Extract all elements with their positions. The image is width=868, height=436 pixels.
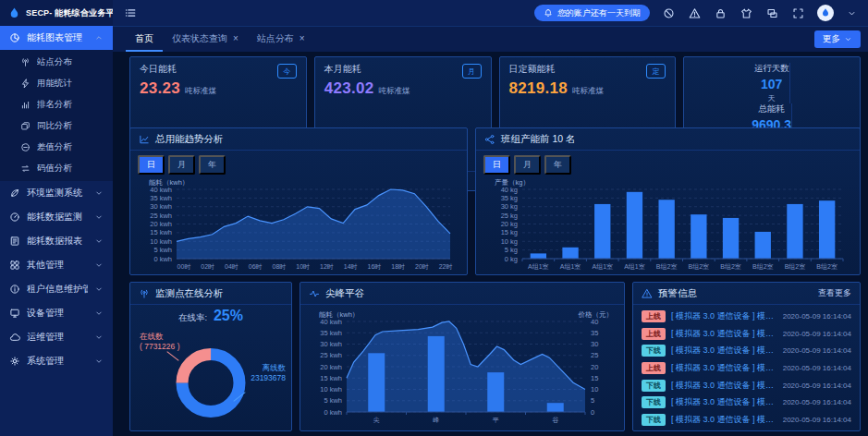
- sidebar-item-3[interactable]: 能耗数据报表: [0, 229, 113, 253]
- sidebar-subitem-3[interactable]: 同比分析: [0, 115, 113, 137]
- account-expiry-notice[interactable]: 您的账户还有一天到期: [534, 5, 650, 21]
- ban-icon[interactable]: [663, 7, 675, 19]
- sidebar-subitem-1[interactable]: 用能统计: [0, 73, 113, 94]
- alert-timestamp: 2020-05-09 16:14:04: [783, 346, 851, 355]
- close-tab-icon[interactable]: ×: [233, 33, 238, 43]
- alert-text: [ 模拟器 3.0 通信设备 ] 模拟器 3.0...: [671, 414, 777, 426]
- gauge-icon: [9, 212, 20, 223]
- period-日[interactable]: 日: [483, 155, 510, 175]
- alert-row-6[interactable]: 下线[ 模拟器 3.0 通信设备 ] 模拟器 3.0...2020-05-09 …: [633, 411, 860, 429]
- stat-cards-row: 今日能耗今23.23吨标准煤昨日同期26.6712.9% ↓本月能耗月423.0…: [129, 56, 861, 121]
- svg-text:10时: 10时: [296, 263, 310, 270]
- gear-icon: [9, 356, 20, 367]
- sidebar-item-5[interactable]: 租户信息维护管理: [0, 277, 113, 301]
- warning-icon: [642, 288, 653, 299]
- status-badge: 下线: [642, 414, 666, 426]
- warning-icon: [642, 288, 653, 299]
- stat-card-number: 423.02吨标准煤: [324, 79, 482, 98]
- chevron-down-icon[interactable]: [847, 8, 857, 18]
- svg-text:15 kwh: 15 kwh: [320, 374, 342, 382]
- svg-text:30 kwh: 30 kwh: [150, 202, 172, 211]
- svg-text:14时: 14时: [344, 263, 358, 270]
- fullscreen-icon[interactable]: [792, 7, 804, 19]
- period-日[interactable]: 日: [138, 155, 165, 175]
- sidebar-item-label: 能耗数据报表: [27, 235, 88, 248]
- tab-label: 站点分布: [257, 32, 294, 45]
- tab-1[interactable]: 仪表状态查询×: [163, 27, 248, 52]
- sidebar-item-8[interactable]: 系统管理: [0, 349, 113, 373]
- alert-row-1[interactable]: 上线[ 模拟器 3.0 通信设备 ] 模拟器 3.0...2020-05-09 …: [633, 325, 860, 343]
- sidebar-subitem-label: 站点分布: [37, 56, 104, 68]
- avatar[interactable]: [817, 5, 834, 21]
- svg-text:谷: 谷: [552, 417, 558, 424]
- status-badge: 上线: [642, 328, 666, 340]
- svg-text:35 kg: 35 kg: [501, 194, 518, 202]
- online-rate-value: 25%: [214, 308, 243, 323]
- sidebar-subitem-4[interactable]: 差值分析: [0, 137, 113, 158]
- view-more-link[interactable]: 查看更多: [818, 287, 851, 299]
- stat-card-top: 日定额能耗定: [509, 63, 666, 79]
- sidebar-item-2[interactable]: 能耗数据监测: [0, 205, 113, 229]
- alert-row-4[interactable]: 下线[ 模拟器 3.0 通信设备 ] 模拟器 3.0...2020-05-09 …: [633, 377, 860, 394]
- grid-icon: [9, 260, 20, 271]
- sidebar-item-0[interactable]: 能耗图表管理: [0, 26, 113, 50]
- sidebar-item-label: 环境监测系统: [27, 187, 88, 200]
- close-tab-icon[interactable]: ×: [300, 33, 305, 43]
- period-年[interactable]: 年: [544, 155, 571, 175]
- svg-text:25 kwh: 25 kwh: [150, 212, 172, 220]
- dashboard-content: 今日能耗今23.23吨标准煤昨日同期26.6712.9% ↓本月能耗月423.0…: [113, 52, 868, 436]
- panel-header: 尖峰平谷: [300, 283, 624, 305]
- tab-2[interactable]: 站点分布×: [248, 27, 314, 52]
- sidebar-item-7[interactable]: 运维管理: [0, 325, 113, 349]
- app-title: SECP- 能耗综合业务平台: [26, 7, 123, 19]
- screens-icon[interactable]: [766, 7, 778, 19]
- period-月[interactable]: 月: [168, 155, 195, 175]
- svg-text:0 kg: 0 kg: [505, 255, 518, 263]
- alert-row-2[interactable]: 下线[ 模拟器 3.0 通信设备 ] 模拟器 3.0...2020-05-09 …: [633, 342, 860, 359]
- alert-row-0[interactable]: 上线[ 模拟器 3.0 通信设备 ] 模拟器 3.0...2020-05-09 …: [633, 308, 860, 325]
- online-rate: 在线率: 25%: [134, 308, 287, 324]
- stat-unit: 吨标准煤: [185, 86, 216, 97]
- team-output-chart[interactable]: 0 kg5 kg10 kg15 kg20 kg25 kg30 kg35 kg40…: [483, 176, 852, 272]
- svg-text:能耗（kwh）: 能耗（kwh）: [319, 310, 359, 319]
- shirt-icon[interactable]: [740, 7, 752, 19]
- panel-header: 班组产能前 10 名: [476, 128, 860, 151]
- svg-text:尖: 尖: [373, 417, 380, 423]
- sidebar-item-label: 能耗图表管理: [27, 31, 88, 44]
- sidebar-item-4[interactable]: 其他管理: [0, 253, 113, 277]
- alert-row-5[interactable]: 下线[ 模拟器 3.0 通信设备 ] 模拟器 3.0...2020-05-09 …: [633, 394, 860, 411]
- svg-text:15 kwh: 15 kwh: [150, 228, 172, 236]
- svg-text:0 kwh: 0 kwh: [324, 408, 342, 417]
- panel-energy-trend: 总用能趋势分析 日月年 0 kwh5 kwh10 kwh15 kwh20 kwh…: [129, 127, 468, 275]
- alert-text: [ 模拟器 3.0 通信设备 ] 模拟器 3.0...: [671, 310, 777, 322]
- alert-text: [ 模拟器 3.0 通信设备 ] 模拟器 3.0...: [671, 362, 777, 374]
- online-donut-chart[interactable]: 在线数( 7731226 )离线数23193678: [134, 324, 287, 430]
- period-月[interactable]: 月: [514, 155, 541, 175]
- hamburger-icon: [124, 6, 137, 19]
- svg-text:B组2室: B组2室: [689, 263, 710, 270]
- sidebar-item-6[interactable]: 设备管理: [0, 301, 113, 325]
- alert-text: [ 模拟器 3.0 通信设备 ] 模拟器 3.0...: [671, 396, 777, 408]
- svg-text:35 kwh: 35 kwh: [150, 194, 172, 202]
- energy-trend-chart[interactable]: 0 kwh5 kwh10 kwh15 kwh20 kwh25 kwh30 kwh…: [138, 176, 459, 272]
- alert-row-3[interactable]: 上线[ 模拟器 3.0 通信设备 ] 模拟器 3.0...2020-05-09 …: [633, 359, 860, 377]
- main-area: 您的账户还有一天到期 首页仪表状态查询×站点分布× 更多 今日能耗今23.23吨…: [113, 0, 868, 436]
- period-年[interactable]: 年: [199, 155, 226, 175]
- chevron-down-icon: [94, 236, 104, 246]
- chevron-down-icon: [844, 35, 852, 43]
- svg-text:20 kg: 20 kg: [501, 220, 518, 228]
- hamburger-menu-icon[interactable]: [124, 6, 137, 19]
- svg-text:5 kg: 5 kg: [505, 246, 518, 254]
- svg-text:能耗（kwh）: 能耗（kwh）: [149, 178, 189, 187]
- more-tabs-button[interactable]: 更多: [814, 30, 861, 48]
- lock-icon[interactable]: [715, 7, 727, 19]
- sidebar-subitem-5[interactable]: 码值分析: [0, 158, 113, 179]
- warning-icon[interactable]: [689, 7, 701, 19]
- peak-valley-chart[interactable]: 0 kwh05 kwh510 kwh1015 kwh1520 kwh2025 k…: [308, 309, 617, 429]
- svg-text:35 kwh: 35 kwh: [320, 329, 342, 337]
- sidebar-item-1[interactable]: 环境监测系统: [0, 181, 113, 205]
- tab-0[interactable]: 首页: [126, 27, 163, 52]
- sidebar-subitem-2[interactable]: 排名分析: [0, 94, 113, 115]
- svg-text:A组1室: A组1室: [592, 263, 613, 270]
- sidebar-subitem-0[interactable]: 站点分布: [0, 52, 113, 73]
